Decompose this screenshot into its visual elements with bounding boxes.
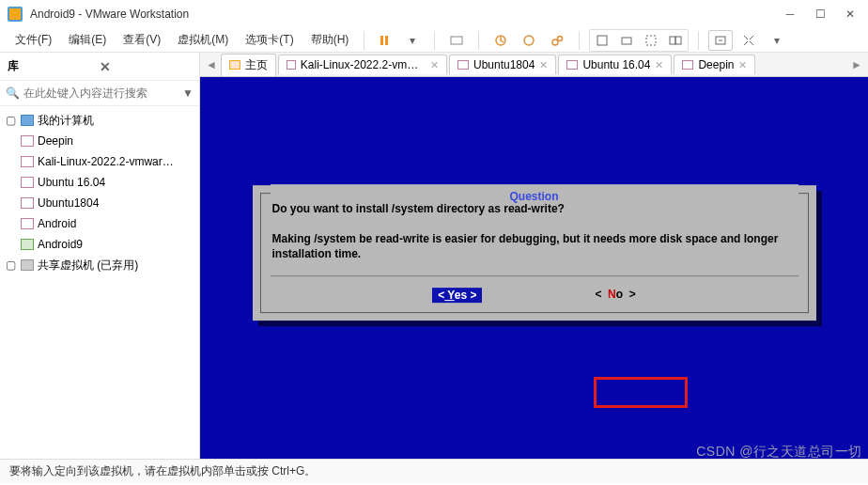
menu-help[interactable]: 帮助(H)	[303, 29, 357, 51]
view-single-button[interactable]	[590, 30, 614, 51]
tree-item-kali[interactable]: Kali-Linux-2022.2-vmware-amd64	[0, 151, 199, 172]
search-input[interactable]	[23, 86, 178, 100]
dialog-text-1: Do you want to install /system directory…	[272, 201, 797, 216]
status-bar: 要将输入定向到该虚拟机，请在虚拟机内部单击或按 Ctrl+G。	[0, 459, 868, 483]
tree-label: Ubuntu1804	[38, 195, 99, 211]
separator	[478, 31, 479, 50]
collapse-icon[interactable]: ▢	[6, 112, 17, 129]
send-keys-button[interactable]	[444, 30, 469, 51]
app-icon	[8, 7, 23, 22]
tab-ubuntu1804[interactable]: Ubuntu1804✕	[449, 55, 556, 74]
library-header: 库	[8, 58, 100, 74]
library-close-button[interactable]: ✕	[100, 59, 192, 74]
tab-close-icon[interactable]: ✕	[430, 59, 439, 71]
close-button[interactable]: ✕	[844, 8, 857, 21]
tree-item-android[interactable]: Android	[0, 213, 199, 234]
tab-label: 主页	[245, 57, 268, 73]
svg-point-5	[552, 39, 558, 45]
toolbar-dropdown-2[interactable]: ▾	[765, 30, 789, 51]
tab-deepin[interactable]: Deepin✕	[674, 55, 755, 74]
window-title: Android9 - VMware Workstation	[30, 8, 783, 21]
vm-icon	[21, 135, 34, 147]
tree-label: 我的计算机	[38, 112, 94, 129]
svg-rect-0	[380, 36, 383, 45]
tab-strip: ◄ 主页 Kali-Linux-2022.2-vmware-am...✕ Ubu…	[200, 53, 868, 77]
svg-rect-8	[622, 38, 631, 44]
vm-icon	[21, 177, 34, 188]
view-thumbnail-button[interactable]	[639, 30, 663, 51]
tab-kali[interactable]: Kali-Linux-2022.2-vmware-am...✕	[278, 55, 447, 74]
snapshot-manager-button[interactable]	[517, 30, 541, 51]
menu-vm[interactable]: 虚拟机(M)	[170, 29, 236, 51]
install-dialog: Question Do you want to install /system …	[253, 185, 816, 321]
maximize-button[interactable]: ☐	[814, 8, 827, 21]
tree-label: 共享虚拟机 (已弃用)	[38, 257, 138, 274]
shared-icon	[21, 259, 34, 271]
view-unity-button[interactable]	[663, 30, 688, 51]
vm-icon	[682, 60, 693, 70]
vm-icon	[566, 60, 578, 70]
svg-rect-7	[597, 36, 607, 45]
dialog-separator	[271, 275, 798, 276]
tree-label: Ubuntu 16.04	[38, 174, 105, 191]
svg-rect-9	[646, 36, 656, 45]
toolbar-dropdown[interactable]: ▾	[400, 30, 425, 51]
menu-file[interactable]: 文件(F)	[8, 29, 59, 51]
vm-running-icon	[21, 239, 34, 250]
dialog-text-2: Making /system be read-write is easier f…	[272, 231, 797, 261]
tab-label: Ubuntu1804	[473, 58, 535, 71]
status-text: 要将输入定向到该虚拟机，请在虚拟机内部单击或按 Ctrl+G。	[9, 463, 316, 479]
title-bar: Android9 - VMware Workstation ─ ☐ ✕	[0, 0, 868, 28]
minimize-button[interactable]: ─	[783, 8, 797, 21]
collapse-icon[interactable]: ▢	[6, 257, 17, 274]
view-console-button[interactable]	[614, 30, 639, 51]
dialog-no-button[interactable]: < No >	[595, 288, 635, 303]
tree-item-deepin[interactable]: Deepin	[0, 131, 199, 151]
svg-point-4	[524, 36, 534, 45]
menu-edit[interactable]: 编辑(E)	[61, 29, 114, 51]
stretch-button[interactable]	[736, 30, 761, 51]
library-sidebar: 库 ✕ 🔍 ▼ ▢ 我的计算机 Deepin Kali-Linux-2022.2…	[0, 53, 200, 459]
tab-label: Ubuntu 16.04	[582, 58, 650, 71]
tab-ubuntu1604[interactable]: Ubuntu 16.04✕	[558, 55, 672, 74]
tab-close-icon[interactable]: ✕	[738, 59, 747, 71]
svg-point-6	[558, 36, 563, 40]
suspend-button[interactable]	[372, 30, 396, 51]
tab-close-icon[interactable]: ✕	[655, 59, 663, 71]
vm-icon	[21, 218, 34, 229]
svg-rect-10	[670, 37, 675, 44]
menu-bar: 文件(F) 编辑(E) 查看(V) 虚拟机(M) 选项卡(T) 帮助(H) ▾ …	[0, 28, 868, 53]
watermark: CSDN @行之天道总司一切	[696, 444, 862, 461]
tab-scroll-left[interactable]: ◄	[204, 58, 219, 71]
search-dropdown-icon[interactable]: ▼	[182, 86, 194, 100]
tree-item-ubuntu1804[interactable]: Ubuntu1804	[0, 193, 199, 213]
vm-icon	[457, 60, 469, 70]
menu-view[interactable]: 查看(V)	[116, 29, 168, 51]
main-area: ◄ 主页 Kali-Linux-2022.2-vmware-am...✕ Ubu…	[200, 53, 868, 459]
snapshot-button[interactable]	[488, 30, 513, 51]
tab-close-icon[interactable]: ✕	[539, 59, 548, 71]
fullscreen-button[interactable]	[708, 30, 733, 51]
home-icon	[229, 60, 240, 70]
separator	[698, 31, 699, 50]
tab-label: Kali-Linux-2022.2-vmware-am...	[301, 58, 426, 71]
vm-console[interactable]: Question Do you want to install /system …	[200, 77, 868, 459]
tree-label: Deepin	[38, 133, 73, 149]
dialog-yes-button[interactable]: < Yes >	[432, 288, 482, 303]
svg-rect-1	[385, 36, 388, 45]
vm-icon	[287, 60, 296, 70]
tree-root-mycomputer[interactable]: ▢ 我的计算机	[0, 110, 199, 131]
tab-home[interactable]: 主页	[221, 54, 276, 76]
tab-scroll-right[interactable]: ►	[849, 58, 864, 71]
tree-label: Kali-Linux-2022.2-vmware-amd64	[38, 153, 178, 170]
separator	[579, 31, 580, 50]
separator	[434, 31, 435, 50]
tree-shared-vms[interactable]: ▢ 共享虚拟机 (已弃用)	[0, 255, 199, 275]
snapshot-revert-button[interactable]	[545, 30, 569, 51]
separator	[364, 31, 364, 50]
svg-rect-11	[675, 37, 681, 44]
menu-tabs[interactable]: 选项卡(T)	[238, 29, 301, 51]
tab-label: Deepin	[698, 58, 734, 71]
tree-item-android9[interactable]: Android9	[0, 234, 199, 255]
tree-item-ubuntu1604[interactable]: Ubuntu 16.04	[0, 172, 199, 193]
